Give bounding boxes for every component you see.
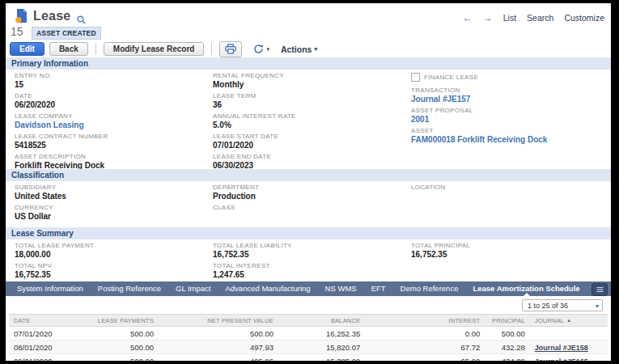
section-header-classification: Classification bbox=[6, 169, 611, 181]
nav-customize-link[interactable]: Customize bbox=[564, 13, 604, 23]
field-label: LEASE TERM bbox=[213, 92, 407, 99]
cell-principal: 432.28 bbox=[485, 341, 530, 354]
nav-forward-arrow-icon[interactable]: → bbox=[483, 12, 493, 23]
field-value bbox=[213, 212, 407, 221]
field-label: TRANSACTION bbox=[411, 87, 605, 94]
modify-lease-record-button[interactable]: Modify Lease Record bbox=[104, 42, 205, 56]
column-header-interest[interactable]: INTEREST bbox=[365, 315, 485, 327]
section-header-primary-information: Primary Information bbox=[6, 57, 611, 70]
search-icon[interactable] bbox=[77, 13, 86, 28]
printer-icon bbox=[225, 44, 236, 54]
field-label: TOTAL LEASE LIABILITY bbox=[213, 242, 407, 249]
field-value: 5.0% bbox=[213, 121, 407, 129]
summary-column-3: TOTAL PRINCIPAL 16,752.35 bbox=[411, 242, 605, 262]
journal-link[interactable]: Journal #JE158 bbox=[535, 344, 588, 352]
field-lease-start-date: LEASE START DATE 07/01/2020 bbox=[213, 133, 407, 150]
table-row: 08/01/2020 500.00 497.93 15,820.07 67.72… bbox=[9, 341, 608, 354]
field-label: SUBSIDIARY bbox=[15, 184, 209, 191]
cell-balance: 15,385.99 bbox=[278, 354, 365, 362]
field-total-lease-liability: TOTAL LEASE LIABILITY 16,752.35 bbox=[213, 242, 407, 259]
field-label: TOTAL PRINCIPAL bbox=[411, 242, 605, 249]
asset-proposal-link[interactable]: 2001 bbox=[411, 115, 429, 124]
tab-gl-impact[interactable]: GL Impact bbox=[168, 281, 218, 296]
nav-back-arrow-icon[interactable]: ← bbox=[463, 12, 473, 23]
primary-column-3: FINANCE LEASE TRANSACTION Journal #JE157… bbox=[411, 72, 605, 147]
actions-menu-button[interactable]: Actions ▾ bbox=[281, 44, 317, 54]
cell-net-present-value: 495.86 bbox=[159, 354, 278, 362]
cell-lease-payments: 500.00 bbox=[84, 327, 159, 341]
field-value: 1,247.65 bbox=[213, 270, 407, 279]
section-header-lease-summary: Lease Summary bbox=[6, 227, 611, 239]
back-button[interactable]: Back bbox=[49, 42, 88, 56]
field-lease-term: LEASE TERM 36 bbox=[213, 92, 407, 109]
table-row: 07/01/2020 500.00 500.00 16,252.35 0.00 … bbox=[9, 327, 608, 341]
field-value: 16,752.35 bbox=[15, 270, 209, 279]
tab-lease-amortization-schedule[interactable]: Lease Amortization Schedule bbox=[465, 281, 587, 296]
field-value: 07/01/2020 bbox=[213, 141, 407, 150]
summary-column-1: TOTAL LEASE PAYMENT 18,000.00 TOTAL NPV … bbox=[15, 242, 209, 282]
print-button[interactable] bbox=[219, 41, 242, 57]
column-header-balance[interactable]: BALANCE bbox=[278, 315, 365, 327]
collapse-list-icon[interactable] bbox=[591, 283, 608, 296]
asset-link[interactable]: FAM000018 Forklift Receiving Dock bbox=[411, 135, 547, 144]
column-header-journal[interactable]: JOURNAL▲ bbox=[530, 315, 608, 327]
cell-principal: 500.00 bbox=[485, 327, 530, 341]
table-header-row: DATE LEASE PAYMENTS NET PRESENT VALUE BA… bbox=[9, 315, 608, 327]
field-label: ASSET bbox=[411, 127, 605, 134]
refresh-icon bbox=[253, 44, 264, 54]
column-header-lease-payments[interactable]: LEASE PAYMENTS bbox=[84, 315, 159, 327]
field-label: CURRENCY bbox=[15, 204, 209, 211]
lease-company-link[interactable]: Davidson Leasing bbox=[15, 121, 84, 129]
field-label: ENTRY NO. bbox=[15, 72, 209, 79]
field-label: TOTAL LEASE PAYMENT bbox=[15, 242, 209, 249]
field-department: DEPARTMENT Production bbox=[213, 184, 407, 201]
tab-eft[interactable]: EFT bbox=[364, 281, 393, 296]
field-value: 36 bbox=[213, 100, 407, 109]
field-value: United States bbox=[15, 192, 209, 201]
page-title: Lease bbox=[33, 9, 70, 23]
toolbar: Edit Back Modify Lease Record ▾ Actions … bbox=[10, 41, 317, 57]
finance-lease-checkbox[interactable] bbox=[411, 73, 420, 82]
journal-link[interactable]: Journal #JE165 bbox=[535, 358, 588, 362]
cell-interest: 0.00 bbox=[365, 327, 485, 341]
cell-lease-payments: 500.00 bbox=[84, 354, 159, 362]
cell-date: 08/01/2020 bbox=[9, 341, 84, 354]
classification-column-1: SUBSIDIARY United States CURRENCY US Dol… bbox=[15, 184, 209, 224]
pagination-dropdown[interactable]: 1 to 25 of 36 ▾ bbox=[522, 299, 603, 311]
field-value: Monthly bbox=[213, 80, 407, 89]
refresh-menu-button[interactable]: ▾ bbox=[253, 44, 269, 54]
tab-ns-wms[interactable]: NS WMS bbox=[318, 281, 364, 296]
table-row: 09/01/2020 500.00 495.86 15,385.99 65.92… bbox=[9, 354, 608, 362]
toolbar-divider bbox=[211, 43, 212, 55]
field-entry-no: ENTRY NO. 15 bbox=[15, 72, 209, 89]
field-class: CLASS bbox=[213, 204, 407, 221]
transaction-link[interactable]: Journal #JE157 bbox=[411, 95, 470, 104]
nav-search-link[interactable]: Search bbox=[527, 13, 553, 23]
field-value: 5418525 bbox=[15, 141, 209, 150]
field-transaction: TRANSACTION Journal #JE157 bbox=[411, 87, 605, 104]
sort-ascending-icon: ▲ bbox=[566, 318, 571, 323]
tab-system-information[interactable]: System Information bbox=[10, 281, 91, 296]
column-header-date[interactable]: DATE bbox=[9, 315, 84, 327]
column-header-principal[interactable]: PRINCIPAL bbox=[485, 315, 530, 327]
nav-list-link[interactable]: List bbox=[503, 13, 516, 23]
field-lease-contract-number: LEASE CONTRACT NUMBER 5418525 bbox=[15, 133, 209, 150]
field-subsidiary: SUBSIDIARY United States bbox=[15, 184, 209, 201]
field-value: 15 bbox=[15, 80, 209, 89]
tab-posting-reference[interactable]: Posting Reference bbox=[91, 281, 168, 296]
edit-button[interactable]: Edit bbox=[10, 42, 45, 56]
tab-advanced-manufacturing[interactable]: Advanced Manufacturing bbox=[218, 281, 318, 296]
amortization-table-body: 07/01/2020 500.00 500.00 16,252.35 0.00 … bbox=[9, 327, 608, 362]
cell-interest: 65.92 bbox=[365, 354, 485, 362]
field-total-npv: TOTAL NPV 16,752.35 bbox=[15, 262, 209, 279]
record-type-icon bbox=[15, 8, 28, 27]
tab-demo-reference[interactable]: Demo Reference bbox=[393, 281, 466, 296]
field-total-lease-payment: TOTAL LEASE PAYMENT 18,000.00 bbox=[15, 242, 209, 259]
chevron-down-icon: ▾ bbox=[314, 46, 317, 53]
column-header-net-present-value[interactable]: NET PRESENT VALUE bbox=[159, 315, 278, 327]
record-id: 15 bbox=[11, 25, 23, 38]
field-label: RENTAL FREQUENCY bbox=[213, 72, 407, 79]
cell-interest: 67.72 bbox=[365, 341, 485, 354]
classification-column-2: DEPARTMENT Production CLASS bbox=[213, 184, 407, 224]
cell-principal: 434.08 bbox=[485, 354, 530, 362]
